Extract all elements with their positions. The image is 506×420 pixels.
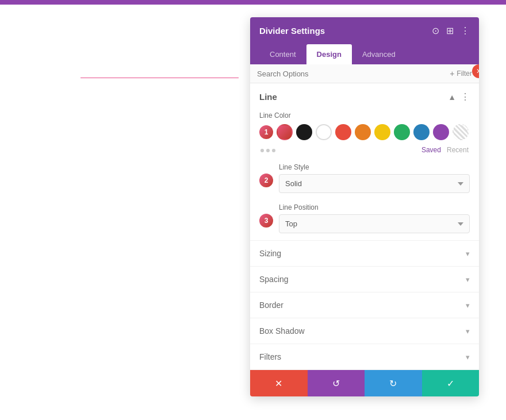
recent-link[interactable]: Recent <box>447 146 469 154</box>
color-swatch-pink[interactable] <box>277 124 293 140</box>
cancel-button[interactable]: ✕ <box>250 370 308 396</box>
panel-header: Divider Settings ⊙ ⊞ ⋮ <box>250 17 479 44</box>
line-section-header: Line ▲ ⋮ <box>250 83 479 108</box>
tab-advanced[interactable]: Advanced <box>352 44 406 64</box>
collapsible-spacing: Spacing ▾ <box>250 266 479 292</box>
color-swatch-white[interactable] <box>316 124 332 140</box>
settings-panel: ✕ Divider Settings ⊙ ⊞ ⋮ Content Design … <box>250 17 479 396</box>
color-swatch-red[interactable] <box>335 124 351 140</box>
search-bar: + Filter <box>250 64 479 83</box>
canvas-divider-line <box>80 78 239 78</box>
panel-title: Divider Settings <box>259 26 325 36</box>
tabs-bar: Content Design Advanced <box>250 44 479 64</box>
section-header-actions: ▲ ⋮ <box>448 91 470 102</box>
collapsible-boxshadow: Box Shadow ▾ <box>250 318 479 344</box>
border-label: Border <box>259 300 283 310</box>
spacing-label: Spacing <box>259 275 289 284</box>
line-section-title: Line <box>259 92 277 102</box>
save-button[interactable]: ✓ <box>422 370 480 396</box>
panel-header-icons: ⊙ ⊞ ⋮ <box>432 25 470 36</box>
more-options-icon[interactable]: ⋮ <box>461 25 470 36</box>
action-bar: ✕ ↺ ↻ ✓ <box>250 370 479 396</box>
dot-3 <box>272 149 275 152</box>
line-style-label: Line Style <box>279 163 470 171</box>
filter-button[interactable]: + Filter <box>450 69 472 78</box>
boxshadow-header[interactable]: Box Shadow ▾ <box>250 318 479 344</box>
dot-2 <box>266 149 270 152</box>
line-position-row: 3 Line Position Top Center Bottom <box>250 200 479 240</box>
sizing-chevron-icon: ▾ <box>466 249 470 258</box>
collapsible-filters: Filters ▾ <box>250 344 479 369</box>
search-input[interactable] <box>257 70 450 78</box>
line-style-row: 2 Line Style Solid Dashed Dotted Double <box>250 160 479 200</box>
line-menu-icon[interactable]: ⋮ <box>461 91 470 102</box>
step-badge-1: 1 <box>259 125 273 139</box>
columns-icon[interactable]: ⊞ <box>446 25 454 36</box>
color-swatch-green[interactable] <box>394 124 410 140</box>
filter-plus-icon: + <box>450 69 454 78</box>
color-swatch-yellow[interactable] <box>374 124 390 140</box>
line-position-label: Line Position <box>279 203 470 211</box>
tab-content[interactable]: Content <box>259 44 306 64</box>
undo-button[interactable]: ↺ <box>308 370 365 396</box>
line-color-label: Line Color <box>259 111 470 120</box>
redo-button[interactable]: ↻ <box>365 370 422 396</box>
collapsible-border: Border ▾ <box>250 292 479 318</box>
color-swatch-purple[interactable] <box>433 124 449 140</box>
top-bar <box>0 0 506 5</box>
filter-label: Filter <box>457 70 472 78</box>
step-badge-2: 2 <box>259 174 273 187</box>
step-badge-3: 3 <box>259 214 273 228</box>
saved-link[interactable]: Saved <box>421 146 441 154</box>
line-collapse-icon[interactable]: ▲ <box>448 93 456 102</box>
filters-header[interactable]: Filters ▾ <box>250 344 479 369</box>
settings-icon[interactable]: ⊙ <box>432 25 439 36</box>
border-chevron-icon: ▾ <box>466 301 470 310</box>
line-color-section: Line Color 1 <box>250 108 479 160</box>
collapsible-sizing: Sizing ▾ <box>250 240 479 266</box>
boxshadow-chevron-icon: ▾ <box>466 327 470 336</box>
filters-chevron-icon: ▾ <box>466 353 470 361</box>
color-swatch-striped[interactable] <box>453 124 469 140</box>
sizing-header[interactable]: Sizing ▾ <box>250 241 479 266</box>
spacing-chevron-icon: ▾ <box>466 275 470 284</box>
filters-label: Filters <box>259 352 281 361</box>
color-swatch-blue[interactable] <box>413 124 430 140</box>
panel-content: Line ▲ ⋮ Line Color 1 <box>250 83 479 370</box>
dot-1 <box>260 149 264 152</box>
sizing-label: Sizing <box>259 249 281 258</box>
color-swatch-orange[interactable] <box>355 124 371 140</box>
boxshadow-label: Box Shadow <box>259 326 305 336</box>
border-header[interactable]: Border ▾ <box>250 292 479 318</box>
spacing-header[interactable]: Spacing ▾ <box>250 267 479 292</box>
line-position-select[interactable]: Top Center Bottom <box>279 214 470 233</box>
dots-row <box>260 149 275 152</box>
color-swatch-row: 1 <box>259 124 470 140</box>
tab-design[interactable]: Design <box>306 44 352 64</box>
line-style-select[interactable]: Solid Dashed Dotted Double <box>279 174 470 193</box>
color-swatch-black[interactable] <box>296 124 312 140</box>
saved-recent-row: Saved Recent <box>421 146 469 154</box>
